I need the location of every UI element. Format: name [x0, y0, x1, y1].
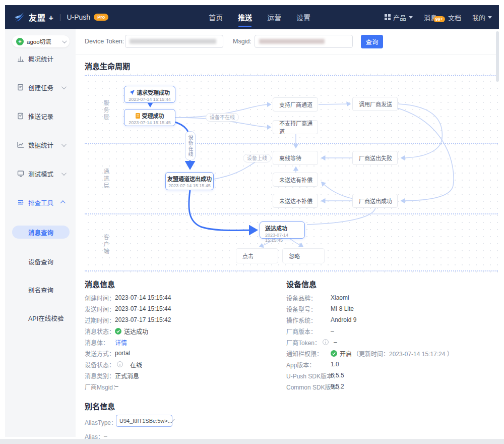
caret-down-icon — [409, 16, 413, 19]
nav-settings[interactable]: 设置 — [296, 5, 310, 29]
chevron-down-icon — [61, 142, 67, 147]
flow-node-click[interactable]: 点击 — [236, 248, 278, 263]
msgid-input[interactable] — [255, 35, 353, 48]
flow-node-support-channel[interactable]: 支持厂商通道 — [273, 97, 318, 112]
msgid-label: Msgid: — [233, 38, 251, 45]
list-lines-icon — [17, 199, 24, 206]
grid-icon — [385, 14, 391, 20]
chevron-down-icon — [61, 171, 67, 176]
messages-menu[interactable]: 消息 99+ — [424, 13, 437, 22]
top-navbar: 友盟 + | U-Push Pro 首页 推送 运营 设置 产品 消息 — [5, 5, 499, 29]
flow-node-undelivered-nocomp[interactable]: 未送达不补偿 — [273, 194, 318, 208]
redacted-value — [259, 39, 325, 44]
paper-plane-icon — [130, 90, 135, 95]
my-account-menu[interactable]: 我的 — [472, 13, 492, 22]
nav-operation[interactable]: 运营 — [267, 5, 281, 29]
device-token-label: Device Token: — [85, 38, 124, 45]
flow-node-call-vendor[interactable]: 调用厂商发送 — [352, 97, 398, 111]
sidebar-subitem-alias-query[interactable]: 别名查询 — [5, 283, 76, 297]
sidebar-menu: 概况统计 创建任务 推送记录 数据统计 — [5, 51, 76, 193]
edge-label-device-offline: 设备不在线 — [206, 113, 239, 122]
nav-home[interactable]: 首页 — [209, 5, 223, 29]
sidebar-subitem-device-query[interactable]: 设备查询 — [5, 254, 76, 268]
main-content: Device Token: Msgid: 查询 消息生命周期 服务层 通道层 客… — [76, 29, 499, 437]
bar-chart-icon — [17, 55, 24, 62]
monitor-icon — [17, 170, 24, 177]
brand[interactable]: 友盟 + | U-Push Pro — [14, 11, 108, 23]
flow-node-request-accepted[interactable]: 请求受理成功 2023-07-14 15:15:44 — [124, 86, 175, 103]
products-menu[interactable]: 产品 — [385, 13, 413, 22]
sidebar-item-create-task[interactable]: 创建任务 — [5, 80, 76, 94]
info-icon[interactable] — [117, 361, 123, 367]
flow-node-umeng-sent[interactable]: 友盟通道送出成功 2023-07-14 15:15:45 — [165, 172, 214, 190]
active-underline — [238, 26, 251, 27]
edge-label-device-come-online: 设备上线 — [243, 154, 271, 162]
scrollbar[interactable] — [496, 31, 499, 82]
main-nav: 首页 推送 运营 设置 — [209, 5, 310, 29]
nav-push[interactable]: 推送 — [238, 5, 252, 29]
success-check-icon — [115, 328, 121, 335]
flow-node-undelivered-comp[interactable]: 未送达有补偿 — [273, 173, 318, 187]
brand-name: 友盟 + — [29, 11, 54, 23]
flow-node-accepted[interactable]: 受理成功 2023-07-14 15:15:45 — [124, 109, 175, 126]
flow-node-no-support-channel[interactable]: 不支持厂商通道 — [273, 120, 318, 134]
docs-menu[interactable]: 文档 — [448, 13, 461, 22]
device-info-title: 设备信息 — [286, 279, 317, 289]
message-body-detail-link[interactable]: 详情 — [115, 338, 127, 347]
product-name: U-Push — [67, 13, 90, 21]
search-button[interactable]: 查询 — [361, 35, 383, 48]
sidebar-item-push-record[interactable]: 推送记录 — [5, 109, 76, 123]
pro-badge: Pro — [94, 14, 108, 21]
brand-divider: | — [59, 13, 61, 21]
chevron-down-icon — [62, 38, 67, 43]
app-window: 友盟 + | U-Push Pro 首页 推送 运营 设置 产品 消息 — [0, 0, 504, 444]
success-check-icon — [331, 350, 337, 357]
flow-node-vendor-fail[interactable]: 厂商送出失败 — [352, 151, 398, 165]
sidebar-item-data-stats[interactable]: 数据统计 — [5, 138, 76, 152]
navbar-right: 产品 消息 99+ 文档 我的 — [385, 5, 492, 29]
device-token-input[interactable] — [125, 35, 223, 48]
caret-down-icon — [488, 16, 492, 19]
sidebar-item-troubleshoot[interactable]: 排查工具 — [5, 195, 76, 209]
sidebar-item-test-mode[interactable]: 测试模式 — [5, 166, 76, 181]
flow-node-offline-wait[interactable]: 离线等待 — [273, 151, 318, 165]
task-doc-icon — [17, 84, 24, 91]
messages-count-badge: 99+ — [433, 16, 445, 22]
sidebar-item-overview[interactable]: 概况统计 — [5, 51, 76, 66]
divider — [76, 54, 499, 54]
alias-type-select[interactable]: U94_ItIfT1SBe:5w>... — [116, 415, 172, 427]
sidebar: + agoo切流 概况统计 创建任务 推送记录 — [5, 29, 76, 437]
redacted-value — [130, 39, 216, 44]
sidebar-subitem-api-check[interactable]: API在线校验 — [5, 311, 76, 325]
sidebar-subitem-message-query[interactable]: 消息查询 — [5, 225, 76, 239]
flow-node-delivered[interactable]: 送达成功 2023-07-14 15:15:45 — [260, 221, 305, 239]
app-icon: + — [16, 38, 24, 45]
lifecycle-canvas: 服务层 通道层 客户端 — [85, 71, 498, 275]
line-chart-icon — [17, 141, 24, 148]
message-info-title: 消息信息 — [85, 279, 115, 289]
umeng-logo-icon — [14, 12, 25, 23]
alias-info-title: 别名信息 — [85, 401, 115, 411]
chevron-up-icon — [60, 200, 66, 205]
chevron-down-icon — [61, 84, 67, 89]
app-selector[interactable]: + agoo切流 — [12, 35, 70, 47]
window-bottom-edge — [0, 439, 504, 444]
record-doc-icon — [17, 113, 24, 120]
orange-doc-icon — [136, 113, 140, 119]
flow-title: 消息生命周期 — [85, 61, 130, 71]
info-icon[interactable] — [323, 339, 329, 345]
flow-node-vendor-success[interactable]: 厂商送出成功 — [352, 194, 398, 208]
edge-label-device-online: 设备在线 — [185, 131, 196, 160]
app-selector-value: agoo切流 — [27, 37, 59, 45]
flow-node-ignore[interactable]: 忽略 — [282, 248, 325, 263]
